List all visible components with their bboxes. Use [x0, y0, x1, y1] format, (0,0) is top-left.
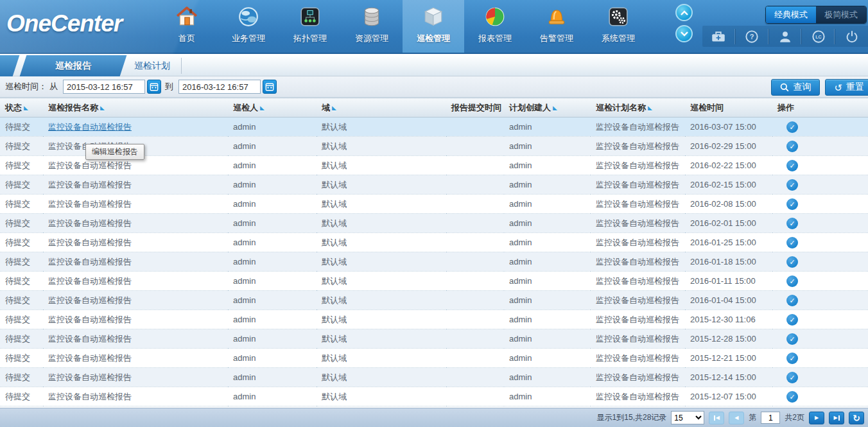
to-date-input[interactable] [178, 80, 261, 94]
column-header-status[interactable]: 状态◣ [0, 98, 43, 118]
submit-time-cell [446, 329, 504, 349]
domain-cell: 默认域 [317, 233, 446, 252]
user-button[interactable] [768, 29, 802, 44]
scroll-up-button[interactable] [675, 4, 693, 21]
plan-creator-cell: admin [504, 272, 591, 291]
record-summary: 显示1到15,共28记录 [597, 412, 667, 423]
classic-mode-button[interactable]: 经典模式 [766, 6, 816, 23]
nav-item-system[interactable]: 系统管理 [587, 0, 649, 53]
filter-bar: 巡检时间： 从 到 查询 ↺ 重置 [0, 76, 868, 98]
from-date-input[interactable] [63, 80, 145, 94]
check-icon[interactable]: ✓ [786, 141, 798, 152]
plan-creator-cell: admin [504, 368, 591, 387]
check-icon[interactable]: ✓ [786, 237, 798, 248]
to-calendar-button[interactable] [263, 80, 277, 94]
check-icon[interactable]: ✓ [786, 275, 798, 287]
column-header-plan-creator[interactable]: 计划创建人◣ [504, 98, 591, 118]
tab-inspection-report[interactable]: 巡检报告 [20, 55, 127, 76]
page-size-select[interactable]: 15 [671, 411, 704, 424]
column-header-submit-time: 报告提交时间 [446, 98, 504, 118]
submit-time-cell [446, 195, 504, 214]
sort-icon: ◣ [24, 105, 28, 111]
check-icon[interactable]: ✓ [786, 353, 798, 364]
inspection-time-cell: 2016-03-07 15:00 [685, 118, 772, 137]
check-icon[interactable]: ✓ [786, 333, 798, 345]
from-calendar-button[interactable] [147, 80, 161, 94]
help-button[interactable]: ? [735, 29, 768, 44]
report-name-cell[interactable]: 监控设备自动巡检报告 [43, 349, 228, 368]
logout-button[interactable] [835, 29, 868, 44]
nav-item-business[interactable]: 业务管理 [218, 0, 279, 53]
column-header-operation: 操作 [772, 98, 868, 118]
operation-cell: ✓ [772, 310, 868, 329]
main-nav: 首页 业务管理 拓扑管理 资源管理 [156, 0, 649, 53]
report-name-cell[interactable]: 监控设备自动巡检报告 [43, 252, 228, 272]
report-name-cell[interactable]: 监控设备自动巡检报告 [43, 214, 228, 233]
report-name-cell[interactable]: 监控设备自动巡检报告 [43, 310, 228, 329]
domain-cell: 默认域 [317, 291, 446, 310]
tab-bar-decoration [0, 55, 19, 76]
tab-inspection-plan[interactable]: 巡检计划 [123, 55, 181, 76]
report-name-cell[interactable]: 监控设备自动巡检报告 [43, 195, 228, 214]
report-name-cell[interactable]: 监控设备自动巡检报告 [43, 329, 228, 349]
table-row: 待提交 监控设备自动巡检报告 admin 默认域 admin 监控设备自动巡检报… [0, 272, 868, 291]
check-icon[interactable]: ✓ [786, 179, 798, 191]
nav-item-resource[interactable]: 资源管理 [341, 0, 403, 53]
report-name-cell[interactable]: 监控设备自动巡检报告 [43, 291, 228, 310]
operation-cell: ✓ [772, 272, 868, 291]
inspector-cell: admin [228, 175, 317, 195]
report-name-cell[interactable]: 监控设备自动巡检报告 [43, 272, 228, 291]
submit-time-cell [446, 252, 504, 272]
nav-item-home[interactable]: 首页 [156, 0, 218, 53]
query-button[interactable]: 查询 [771, 79, 820, 96]
report-name-cell[interactable]: 监控设备自动巡检报告 [43, 368, 228, 387]
check-icon[interactable]: ✓ [786, 391, 798, 403]
table-row: 待提交 监控设备自动巡检报告 admin 默认域 admin 监控设备自动巡检报… [0, 310, 868, 329]
check-icon[interactable]: ✓ [786, 121, 798, 133]
next-page-button[interactable]: ▶ [809, 412, 824, 424]
operation-cell: ✓ [772, 252, 868, 272]
cube-icon [422, 6, 444, 28]
check-icon[interactable]: ✓ [786, 256, 798, 268]
domain-cell: 默认域 [317, 387, 446, 406]
current-page-input[interactable] [761, 412, 780, 424]
first-page-button[interactable]: ◀ [709, 412, 724, 424]
column-header-plan-name[interactable]: 巡检计划名称◣ [591, 98, 685, 118]
nav-item-alarm[interactable]: 告警管理 [526, 0, 587, 53]
scroll-down-button[interactable] [675, 25, 693, 42]
nav-item-report[interactable]: 报表管理 [464, 0, 526, 53]
minimal-mode-button[interactable]: 极简模式 [816, 6, 866, 23]
sort-icon: ◣ [648, 105, 652, 111]
status-cell: 待提交 [0, 118, 43, 137]
column-header-report-name[interactable]: 巡检报告名称◣ [43, 98, 228, 118]
refresh-button[interactable]: ↻ [849, 412, 864, 424]
check-icon[interactable]: ✓ [786, 295, 798, 306]
operation-cell: ✓ [772, 233, 868, 252]
column-header-domain[interactable]: 域◣ [317, 98, 446, 118]
report-name-cell[interactable]: 监控设备自动巡检报告 [43, 118, 228, 137]
report-name-cell[interactable]: 监控设备自动巡检报告 [43, 233, 228, 252]
license-button[interactable]: LC [801, 29, 835, 44]
submit-time-cell [446, 310, 504, 329]
nav-label: 巡检管理 [403, 33, 464, 44]
page-prefix-label: 第 [749, 412, 756, 423]
nav-item-inspection[interactable]: 巡检管理 [403, 0, 464, 53]
last-page-button[interactable]: ▶ [829, 412, 844, 424]
previous-page-button[interactable]: ◀ [729, 412, 744, 424]
inspection-time-cell: 2016-02-01 15:00 [685, 214, 772, 233]
toolbox-button[interactable] [702, 29, 735, 44]
report-name-cell[interactable]: 监控设备自动巡检报告 [43, 175, 228, 195]
nav-item-topology[interactable]: 拓扑管理 [279, 0, 341, 53]
report-name-cell[interactable]: 监控设备自动巡检报告 [43, 387, 228, 406]
domain-cell: 默认域 [317, 214, 446, 233]
query-button-label: 查询 [793, 82, 811, 93]
search-icon [780, 83, 789, 92]
column-header-inspector[interactable]: 巡检人◣ [228, 98, 317, 118]
reset-button[interactable]: ↺ 重置 [825, 79, 868, 96]
check-icon[interactable]: ✓ [786, 314, 798, 326]
check-icon[interactable]: ✓ [786, 198, 798, 210]
plan-name-cell: 监控设备自动巡检报告 [591, 252, 685, 272]
check-icon[interactable]: ✓ [786, 160, 798, 171]
check-icon[interactable]: ✓ [786, 218, 798, 229]
check-icon[interactable]: ✓ [786, 372, 798, 383]
